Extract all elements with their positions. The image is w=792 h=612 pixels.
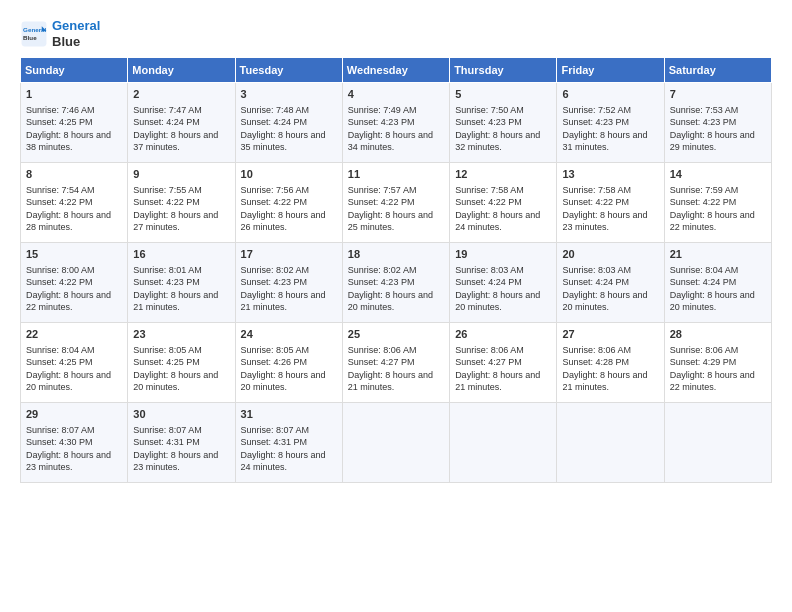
sunset-text: Sunset: 4:24 PM xyxy=(670,277,737,287)
sunset-text: Sunset: 4:26 PM xyxy=(241,357,308,367)
sunset-text: Sunset: 4:22 PM xyxy=(133,197,200,207)
calendar-cell: 29Sunrise: 8:07 AMSunset: 4:30 PMDayligh… xyxy=(21,403,128,483)
daylight-text: Daylight: 8 hours and 22 minutes. xyxy=(670,370,755,393)
daylight-text: Daylight: 8 hours and 21 minutes. xyxy=(562,370,647,393)
sunset-text: Sunset: 4:23 PM xyxy=(348,277,415,287)
day-number: 6 xyxy=(562,87,658,102)
weekday-header-wednesday: Wednesday xyxy=(342,58,449,83)
sunset-text: Sunset: 4:31 PM xyxy=(133,437,200,447)
day-number: 11 xyxy=(348,167,444,182)
sunrise-text: Sunrise: 8:06 AM xyxy=(670,345,739,355)
daylight-text: Daylight: 8 hours and 24 minutes. xyxy=(241,450,326,473)
sunset-text: Sunset: 4:30 PM xyxy=(26,437,93,447)
calendar-cell: 18Sunrise: 8:02 AMSunset: 4:23 PMDayligh… xyxy=(342,243,449,323)
sunset-text: Sunset: 4:25 PM xyxy=(26,357,93,367)
calendar-cell: 12Sunrise: 7:58 AMSunset: 4:22 PMDayligh… xyxy=(450,163,557,243)
daylight-text: Daylight: 8 hours and 28 minutes. xyxy=(26,210,111,233)
calendar-cell: 14Sunrise: 7:59 AMSunset: 4:22 PMDayligh… xyxy=(664,163,771,243)
calendar-cell: 27Sunrise: 8:06 AMSunset: 4:28 PMDayligh… xyxy=(557,323,664,403)
day-number: 31 xyxy=(241,407,337,422)
calendar-week-row: 1Sunrise: 7:46 AMSunset: 4:25 PMDaylight… xyxy=(21,83,772,163)
svg-text:Blue: Blue xyxy=(23,34,37,41)
day-number: 12 xyxy=(455,167,551,182)
page: General Blue General Blue SundayMondayTu… xyxy=(0,0,792,612)
sunrise-text: Sunrise: 8:04 AM xyxy=(26,345,95,355)
sunrise-text: Sunrise: 7:53 AM xyxy=(670,105,739,115)
sunrise-text: Sunrise: 8:06 AM xyxy=(562,345,631,355)
daylight-text: Daylight: 8 hours and 20 minutes. xyxy=(348,290,433,313)
day-number: 24 xyxy=(241,327,337,342)
day-number: 13 xyxy=(562,167,658,182)
sunrise-text: Sunrise: 7:46 AM xyxy=(26,105,95,115)
sunset-text: Sunset: 4:27 PM xyxy=(348,357,415,367)
day-number: 28 xyxy=(670,327,766,342)
daylight-text: Daylight: 8 hours and 23 minutes. xyxy=(133,450,218,473)
daylight-text: Daylight: 8 hours and 35 minutes. xyxy=(241,130,326,153)
sunrise-text: Sunrise: 8:07 AM xyxy=(26,425,95,435)
calendar-cell: 16Sunrise: 8:01 AMSunset: 4:23 PMDayligh… xyxy=(128,243,235,323)
sunrise-text: Sunrise: 7:54 AM xyxy=(26,185,95,195)
sunset-text: Sunset: 4:25 PM xyxy=(26,117,93,127)
sunset-text: Sunset: 4:22 PM xyxy=(562,197,629,207)
day-number: 26 xyxy=(455,327,551,342)
calendar-week-row: 22Sunrise: 8:04 AMSunset: 4:25 PMDayligh… xyxy=(21,323,772,403)
weekday-header-thursday: Thursday xyxy=(450,58,557,83)
sunset-text: Sunset: 4:27 PM xyxy=(455,357,522,367)
daylight-text: Daylight: 8 hours and 22 minutes. xyxy=(26,290,111,313)
daylight-text: Daylight: 8 hours and 21 minutes. xyxy=(348,370,433,393)
day-number: 2 xyxy=(133,87,229,102)
sunrise-text: Sunrise: 8:03 AM xyxy=(455,265,524,275)
day-number: 25 xyxy=(348,327,444,342)
sunrise-text: Sunrise: 7:58 AM xyxy=(562,185,631,195)
day-number: 5 xyxy=(455,87,551,102)
day-number: 18 xyxy=(348,247,444,262)
day-number: 27 xyxy=(562,327,658,342)
calendar-cell: 28Sunrise: 8:06 AMSunset: 4:29 PMDayligh… xyxy=(664,323,771,403)
daylight-text: Daylight: 8 hours and 23 minutes. xyxy=(562,210,647,233)
calendar-cell: 11Sunrise: 7:57 AMSunset: 4:22 PMDayligh… xyxy=(342,163,449,243)
day-number: 20 xyxy=(562,247,658,262)
sunset-text: Sunset: 4:23 PM xyxy=(133,277,200,287)
daylight-text: Daylight: 8 hours and 21 minutes. xyxy=(455,370,540,393)
sunrise-text: Sunrise: 8:03 AM xyxy=(562,265,631,275)
sunrise-text: Sunrise: 8:07 AM xyxy=(241,425,310,435)
daylight-text: Daylight: 8 hours and 37 minutes. xyxy=(133,130,218,153)
daylight-text: Daylight: 8 hours and 26 minutes. xyxy=(241,210,326,233)
daylight-text: Daylight: 8 hours and 24 minutes. xyxy=(455,210,540,233)
sunrise-text: Sunrise: 8:02 AM xyxy=(241,265,310,275)
sunrise-text: Sunrise: 7:58 AM xyxy=(455,185,524,195)
day-number: 23 xyxy=(133,327,229,342)
weekday-header-saturday: Saturday xyxy=(664,58,771,83)
sunset-text: Sunset: 4:28 PM xyxy=(562,357,629,367)
sunrise-text: Sunrise: 8:00 AM xyxy=(26,265,95,275)
calendar-cell xyxy=(557,403,664,483)
day-number: 3 xyxy=(241,87,337,102)
sunset-text: Sunset: 4:25 PM xyxy=(133,357,200,367)
day-number: 17 xyxy=(241,247,337,262)
sunset-text: Sunset: 4:29 PM xyxy=(670,357,737,367)
day-number: 29 xyxy=(26,407,122,422)
calendar-cell: 22Sunrise: 8:04 AMSunset: 4:25 PMDayligh… xyxy=(21,323,128,403)
sunrise-text: Sunrise: 7:56 AM xyxy=(241,185,310,195)
calendar-cell: 26Sunrise: 8:06 AMSunset: 4:27 PMDayligh… xyxy=(450,323,557,403)
sunrise-text: Sunrise: 7:48 AM xyxy=(241,105,310,115)
sunset-text: Sunset: 4:22 PM xyxy=(241,197,308,207)
sunset-text: Sunset: 4:22 PM xyxy=(26,277,93,287)
top-section: General Blue General Blue xyxy=(20,18,772,49)
day-number: 7 xyxy=(670,87,766,102)
sunrise-text: Sunrise: 8:02 AM xyxy=(348,265,417,275)
calendar-cell: 13Sunrise: 7:58 AMSunset: 4:22 PMDayligh… xyxy=(557,163,664,243)
weekday-header-tuesday: Tuesday xyxy=(235,58,342,83)
sunset-text: Sunset: 4:24 PM xyxy=(562,277,629,287)
calendar-week-row: 8Sunrise: 7:54 AMSunset: 4:22 PMDaylight… xyxy=(21,163,772,243)
sunrise-text: Sunrise: 8:05 AM xyxy=(133,345,202,355)
calendar-cell: 19Sunrise: 8:03 AMSunset: 4:24 PMDayligh… xyxy=(450,243,557,323)
daylight-text: Daylight: 8 hours and 23 minutes. xyxy=(26,450,111,473)
daylight-text: Daylight: 8 hours and 27 minutes. xyxy=(133,210,218,233)
calendar-week-row: 15Sunrise: 8:00 AMSunset: 4:22 PMDayligh… xyxy=(21,243,772,323)
daylight-text: Daylight: 8 hours and 20 minutes. xyxy=(455,290,540,313)
day-number: 19 xyxy=(455,247,551,262)
sunset-text: Sunset: 4:22 PM xyxy=(455,197,522,207)
sunset-text: Sunset: 4:22 PM xyxy=(26,197,93,207)
sunset-text: Sunset: 4:31 PM xyxy=(241,437,308,447)
